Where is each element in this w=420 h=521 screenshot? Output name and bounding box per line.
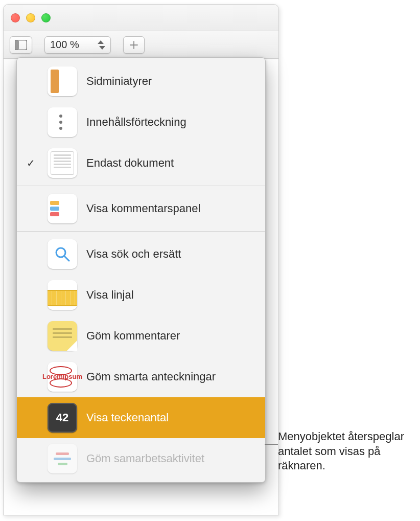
menu-item-label: Göm kommentarer xyxy=(86,329,256,343)
page-thumbnails-icon xyxy=(48,66,77,96)
menu-item-label: Visa teckenantal xyxy=(86,411,256,424)
count-badge-value: 42 xyxy=(56,411,68,424)
search-icon xyxy=(48,239,77,269)
menu-item-show-comments-panel[interactable]: Visa kommentarspanel xyxy=(17,188,265,229)
menu-item-show-find-replace[interactable]: Visa sök och ersätt xyxy=(17,234,265,275)
comments-panel-icon xyxy=(48,194,77,223)
menu-item-table-of-contents[interactable]: Innehållsförteckning xyxy=(17,102,265,143)
menu-item-show-ruler[interactable]: Visa linjal xyxy=(17,275,265,315)
menu-item-page-thumbnails[interactable]: Sidminiatyrer xyxy=(17,61,265,102)
menu-item-hide-comments[interactable]: Göm kommentarer xyxy=(17,315,265,356)
callout-text: Menyobjektet återspeglar antalet som vis… xyxy=(278,429,411,473)
svg-line-3 xyxy=(64,256,69,261)
menu-item-show-character-count[interactable]: 42 Visa teckenantal xyxy=(17,397,265,438)
zoom-select[interactable]: 100 % xyxy=(44,36,111,54)
select-chevrons-icon xyxy=(96,40,105,50)
window-traffic-lights xyxy=(11,13,51,22)
view-menu-popover: Sidminiatyrer Innehållsförteckning ✓ End… xyxy=(16,57,266,483)
menu-item-label: Göm smarta anteckningar xyxy=(86,370,256,383)
ruler-icon xyxy=(48,280,77,310)
close-window-button[interactable] xyxy=(11,13,20,22)
menu-item-label: Visa sök och ersätt xyxy=(86,247,256,261)
window-titlebar xyxy=(4,5,278,31)
menu-item-label: Endast dokument xyxy=(86,156,256,170)
menu-item-label: Innehållsförteckning xyxy=(86,116,256,129)
sidebar-icon xyxy=(15,40,27,50)
sticky-note-icon xyxy=(48,321,77,351)
toolbar: 100 % xyxy=(4,31,278,59)
table-of-contents-icon xyxy=(48,107,77,137)
view-menu-button[interactable] xyxy=(10,36,32,54)
svg-rect-1 xyxy=(15,40,19,50)
character-count-icon: 42 xyxy=(48,403,77,433)
menu-item-label: Sidminiatyrer xyxy=(86,75,256,88)
collaboration-activity-icon xyxy=(48,444,77,473)
menu-item-hide-smart-annotations[interactable]: Lorem Ipsum Göm smarta anteckningar xyxy=(17,356,265,397)
smart-annotations-icon: Lorem Ipsum xyxy=(48,362,77,392)
plus-icon xyxy=(129,40,139,50)
menu-item-hide-collaboration-activity: Göm samarbetsaktivitet xyxy=(17,438,265,479)
zoom-value: 100 % xyxy=(50,39,79,51)
menu-item-document-only[interactable]: ✓ Endast dokument xyxy=(17,143,265,184)
checkmark-icon: ✓ xyxy=(23,157,38,169)
menu-separator xyxy=(17,186,265,186)
zoom-window-button[interactable] xyxy=(41,13,51,22)
menu-separator xyxy=(17,231,265,232)
menu-item-label: Göm samarbetsaktivitet xyxy=(86,452,256,465)
menu-item-label: Visa kommentarspanel xyxy=(86,202,256,215)
callout-leader-line xyxy=(265,444,278,445)
add-page-button[interactable] xyxy=(123,36,145,54)
minimize-window-button[interactable] xyxy=(26,13,35,22)
menu-item-label: Visa linjal xyxy=(86,288,256,302)
document-only-icon xyxy=(48,148,77,178)
